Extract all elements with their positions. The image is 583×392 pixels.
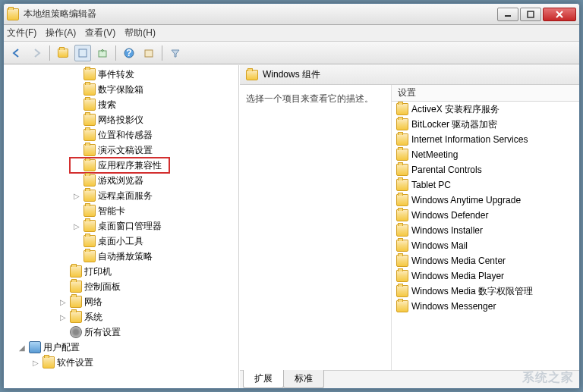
list-item-label: Windows Media 数字权限管理 (411, 285, 533, 298)
list-item[interactable]: Windows Installer (392, 223, 579, 238)
details-title: Windows 组件 (263, 68, 320, 81)
settings-list[interactable]: ActiveX 安装程序服务BitLocker 驱动器加密Internet In… (392, 102, 579, 370)
list-item[interactable]: BitLocker 驱动器加密 (392, 117, 579, 132)
tree-item[interactable]: 打印机 (4, 264, 238, 279)
list-item[interactable]: Tablet PC (392, 177, 579, 193)
list-item[interactable]: Windows Mail (392, 238, 579, 253)
folder-icon (84, 129, 96, 141)
tree-item[interactable]: ▷桌面窗口管理器 (4, 218, 238, 234)
tree-item[interactable]: 应用程序兼容性 (4, 158, 238, 173)
list-item[interactable]: Parental Controls (392, 162, 579, 177)
list-item-label: ActiveX 安装程序服务 (411, 103, 499, 116)
tree-item[interactable]: 控制面板 (4, 279, 238, 294)
close-button[interactable] (543, 8, 576, 21)
list-item[interactable]: Windows Media Center (392, 253, 579, 268)
folder-icon (70, 265, 82, 278)
tree-item[interactable]: 网络投影仪 (4, 112, 238, 127)
list-item[interactable]: Windows Media Player (392, 268, 579, 284)
folder-icon (396, 300, 408, 312)
svg-text:?: ? (126, 48, 131, 58)
tree-item[interactable]: 所有设置 (4, 325, 238, 340)
folder-icon (396, 164, 408, 176)
menu-help[interactable]: 帮助(H) (124, 27, 156, 39)
expand-icon[interactable]: ▷ (58, 298, 68, 306)
tree-item-label: 位置和传感器 (98, 129, 153, 142)
list-item-label: Windows Messenger (411, 301, 496, 312)
back-button[interactable] (8, 45, 25, 61)
tree-item[interactable]: ▷网络 (4, 294, 238, 309)
app-window: 本地组策略编辑器 文件(F) 操作(A) 查看(V) 帮助(H) ? 事件转发数… (3, 3, 580, 389)
folder-icon (396, 103, 408, 115)
tree-item-label: 系统 (84, 311, 102, 324)
expand-icon[interactable]: ▷ (31, 359, 40, 367)
folder-icon (246, 70, 258, 80)
maximize-button[interactable] (520, 8, 541, 21)
list-item-label: Tablet PC (411, 180, 451, 190)
folder-icon (84, 205, 96, 217)
list-item-label: Windows Anytime Upgrade (411, 195, 521, 205)
tree-item[interactable]: 智能卡 (4, 203, 238, 218)
column-header-settings[interactable]: 设置 (392, 85, 579, 102)
tree-item[interactable]: 事件转发 (4, 67, 238, 82)
list-item-label: Windows Media Player (411, 271, 504, 281)
list-item[interactable]: Windows Messenger (392, 299, 579, 314)
tab-label: 扩展 (254, 373, 273, 384)
folder-icon (70, 281, 82, 293)
properties-button[interactable] (74, 45, 91, 61)
list-item-label: Windows Mail (411, 240, 468, 251)
settings-list-pane: 设置 ActiveX 安装程序服务BitLocker 驱动器加密Internet… (392, 85, 579, 370)
expand-icon[interactable]: ▷ (58, 313, 68, 321)
tree-item-label: 所有设置 (84, 326, 121, 339)
tree-item[interactable]: 桌面小工具 (4, 234, 238, 249)
list-item[interactable]: Internet Information Services (392, 132, 579, 147)
forward-button[interactable] (28, 45, 45, 61)
list-item[interactable]: Windows Defender (392, 208, 579, 223)
tree-item[interactable]: 游戏浏览器 (4, 173, 238, 188)
show-tree-button[interactable] (55, 45, 71, 61)
folder-icon (84, 159, 96, 171)
tree-item-label: 自动播放策略 (98, 250, 153, 263)
tree-item-label: 网络投影仪 (98, 114, 143, 127)
tab-label: 标准 (295, 373, 313, 384)
toolbar: ? (4, 42, 579, 64)
minimize-button[interactable] (497, 8, 518, 21)
folder-icon (396, 118, 408, 130)
tree-item[interactable]: ▷软件设置 (4, 355, 238, 370)
tree-item[interactable]: 搜索 (4, 97, 238, 112)
tree-item[interactable]: ◢用户配置 (4, 340, 238, 355)
expand-icon[interactable]: ▷ (72, 192, 81, 200)
list-item[interactable]: Windows Media 数字权限管理 (392, 284, 579, 299)
collapse-icon[interactable]: ◢ (17, 343, 27, 352)
tree-item[interactable]: 数字保险箱 (4, 82, 238, 97)
tree-item-label: 控制面板 (84, 281, 121, 293)
svg-rect-4 (79, 49, 87, 57)
tree-item[interactable]: ▷系统 (4, 309, 238, 325)
filter-button[interactable] (167, 45, 184, 61)
tree-item-label: 远程桌面服务 (98, 190, 153, 202)
list-item-label: NetMeeting (411, 149, 458, 160)
tree-pane[interactable]: 事件转发数字保险箱搜索网络投影仪位置和传感器演示文稿设置应用程序兼容性游戏浏览器… (4, 65, 239, 388)
list-item-label: Windows Defender (411, 210, 488, 221)
list-item[interactable]: Windows Anytime Upgrade (392, 193, 579, 208)
folder-icon (396, 179, 408, 191)
export-button[interactable] (94, 45, 111, 61)
menu-action[interactable]: 操作(A) (46, 27, 76, 39)
tab-extended[interactable]: 扩展 (243, 370, 284, 388)
menu-view[interactable]: 查看(V) (85, 27, 115, 39)
tree-item[interactable]: 位置和传感器 (4, 127, 238, 143)
menu-file[interactable]: 文件(F) (7, 27, 36, 39)
list-item[interactable]: ActiveX 安装程序服务 (392, 102, 579, 117)
help-button[interactable]: ? (121, 45, 137, 61)
list-item-label: Windows Media Center (411, 256, 506, 266)
options-button[interactable] (140, 45, 157, 61)
tree-item-label: 应用程序兼容性 (98, 159, 162, 172)
tree-item[interactable]: ▷远程桌面服务 (4, 188, 238, 203)
window-title: 本地组策略编辑器 (24, 8, 497, 20)
tab-standard[interactable]: 标准 (283, 370, 324, 388)
folder-icon (396, 149, 408, 161)
tree-item[interactable]: 演示文稿设置 (4, 143, 238, 158)
tree-item[interactable]: 自动播放策略 (4, 249, 238, 264)
tree-item-label: 网络 (84, 296, 102, 309)
list-item[interactable]: NetMeeting (392, 147, 579, 162)
expand-icon[interactable]: ▷ (72, 222, 81, 230)
